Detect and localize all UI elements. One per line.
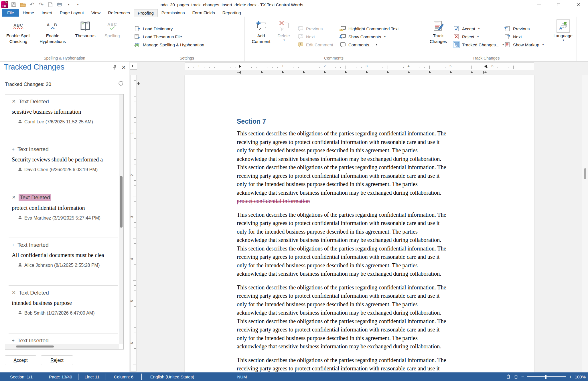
tracked-change-item[interactable]: ✕Text Deletedintended business purposeBo… (5, 286, 119, 333)
show-markup-dropdown-icon[interactable]: ▾ (542, 43, 544, 46)
right-indent-marker[interactable] (483, 71, 487, 74)
tab-reporting[interactable]: Reporting (219, 9, 245, 17)
show-comments-button[interactable]: Show Comments ▾ (337, 33, 423, 41)
spelling-button[interactable]: ABC Spelling (100, 17, 125, 61)
ruler-tick (351, 67, 351, 68)
fit-page-icon[interactable] (506, 374, 511, 379)
list-horizontal-scrollbar[interactable] (5, 344, 119, 349)
comments-dialog-button[interactable]: Comments... ▾ (337, 41, 423, 49)
tab-stop-marker[interactable] (408, 71, 410, 73)
load-thesaurus-file-button[interactable]: Load Thesaurus File (131, 33, 206, 41)
accept-button[interactable]: Accept (5, 356, 36, 365)
top-margin-marker[interactable] (137, 82, 140, 86)
tab-stop-marker[interactable] (282, 71, 284, 73)
tracked-change-item[interactable]: ✕Text Deletedsensitive business informat… (5, 94, 119, 142)
language-button[interactable]: A Language ▾ (549, 17, 577, 61)
tab-stop-marker[interactable] (471, 71, 473, 73)
tx-logo-icon[interactable]: TX 34 (1, 1, 8, 8)
tab-stop-marker[interactable] (303, 71, 305, 73)
enable-spell-checking-button[interactable]: ABC Enable Spell Checking (2, 17, 34, 61)
person-icon (18, 119, 22, 125)
tab-page-layout[interactable]: Page Layout (56, 9, 88, 17)
minimize-button[interactable] (529, 0, 549, 9)
first-line-indent-marker[interactable] (237, 71, 241, 74)
add-comment-button[interactable]: Add Comment (249, 17, 273, 61)
close-button[interactable] (569, 0, 588, 9)
zoom-in-button[interactable]: + (569, 374, 572, 379)
print-dropdown-icon[interactable]: ▾ (65, 1, 72, 8)
save-icon[interactable] (10, 1, 17, 8)
horizontal-ruler[interactable]: 1123456 (185, 62, 534, 70)
tracked-change-item[interactable]: +Text Inserted (5, 333, 119, 344)
tab-stop-marker[interactable] (324, 71, 326, 73)
tab-stop-marker[interactable] (387, 71, 389, 73)
zoom-slider-thumb[interactable] (545, 375, 546, 379)
vertical-ruler[interactable]: 123456 (130, 75, 137, 372)
fit-width-icon[interactable] (514, 374, 518, 379)
tracked-changes-list[interactable]: ✕Text Deletedsensitive business informat… (5, 94, 124, 350)
document-vertical-scrollbar-thumb[interactable] (584, 168, 586, 179)
open-icon[interactable] (19, 1, 26, 8)
tab-stop-marker[interactable] (345, 71, 347, 73)
right-margin-marker[interactable] (484, 65, 487, 68)
maximize-button[interactable] (549, 0, 568, 9)
show-comments-dropdown-icon[interactable]: ▾ (384, 35, 386, 38)
language-dropdown-icon[interactable]: ▾ (563, 39, 564, 42)
tab-stop-marker[interactable] (450, 71, 452, 73)
load-dictionary-button[interactable]: Load Dictionary (131, 25, 206, 33)
tab-stop-marker[interactable] (366, 71, 368, 73)
track-changes-button[interactable]: Track Changes (426, 17, 451, 61)
print-icon[interactable] (56, 1, 63, 8)
status-language[interactable]: English (United States) (142, 374, 203, 380)
tab-stop-marker[interactable] (261, 71, 263, 73)
tab-home[interactable]: Home (19, 9, 38, 17)
refresh-icon[interactable] (118, 80, 124, 87)
manage-spelling-hyphenation-button[interactable]: ABC Manage Spelling & Hyphenation (131, 41, 206, 49)
tracked-change-item[interactable]: ✕Text Deletedprotect confidential inform… (5, 190, 119, 238)
panel-close-icon[interactable]: ✕ (121, 64, 126, 71)
delete-comment-button[interactable]: Delete ▾ (273, 17, 295, 61)
qat-customize-dropdown-icon[interactable]: ▾ (74, 1, 81, 8)
thesaurus-button[interactable]: Thesaurus (71, 17, 100, 61)
tab-references[interactable]: References (104, 9, 134, 17)
tab-selector-box[interactable] (130, 62, 137, 70)
tracked-changes-dialog-button[interactable]: Tracked Changes... ▾ (451, 41, 502, 49)
redo-icon[interactable]: ↷ (38, 1, 45, 8)
previous-change-button[interactable]: Previous (502, 25, 547, 33)
tracked-change-item[interactable]: +Text InsertedAll confidential documents… (5, 238, 119, 286)
accept-dropdown-icon[interactable]: ▾ (478, 27, 480, 30)
previous-comment-button[interactable]: Previous (295, 25, 337, 33)
document-page[interactable]: Section 7This section describes the obli… (185, 75, 534, 372)
left-margin-marker[interactable] (239, 65, 241, 68)
highlight-commented-text-button[interactable]: Highlight Commented Text (337, 25, 423, 33)
edit-comment-button[interactable]: Edit Comment (295, 41, 337, 49)
reject-dropdown-icon[interactable]: ▾ (477, 35, 479, 38)
undo-icon[interactable]: ↶ (29, 1, 35, 8)
tab-permissions[interactable]: Permissions (158, 9, 189, 17)
enable-hyphenations-button[interactable]: A B Enable Hyphenations (34, 17, 71, 61)
delete-dropdown-icon[interactable]: ▾ (283, 39, 285, 42)
tab-insert[interactable]: Insert (38, 9, 56, 17)
accept-change-button[interactable]: Accept ▾ (451, 25, 502, 33)
reject-button[interactable]: Reject (41, 356, 73, 365)
tab-file[interactable]: File (2, 9, 19, 17)
zoom-out-button[interactable]: − (521, 374, 524, 379)
tab-view[interactable]: View (88, 9, 104, 17)
tab-proofing[interactable]: Proofing (134, 9, 158, 17)
zoom-slider[interactable] (527, 376, 566, 377)
comments-dialog-dropdown-icon[interactable]: ▾ (376, 43, 377, 46)
document-vertical-scrollbar[interactable] (582, 75, 588, 372)
list-vertical-scrollbar-thumb[interactable] (120, 176, 123, 228)
tracked-change-item[interactable]: +Text InsertedSecurity reviews should be… (5, 142, 119, 190)
new-document-icon[interactable] (47, 1, 54, 8)
list-horizontal-scrollbar-thumb[interactable] (16, 346, 54, 348)
pin-icon[interactable] (113, 65, 117, 71)
tab-form-fields[interactable]: Form Fields (188, 9, 218, 17)
tab-stop-marker[interactable] (429, 71, 431, 73)
next-comment-button[interactable]: Next (295, 33, 337, 41)
reject-change-button[interactable]: Reject ▾ (451, 33, 502, 41)
document-text[interactable]: Section 7This section describes the obli… (237, 75, 489, 372)
next-change-button[interactable]: Next (502, 33, 547, 41)
list-vertical-scrollbar[interactable] (119, 94, 123, 344)
show-markup-button[interactable]: Show Markup ▾ (502, 41, 547, 49)
